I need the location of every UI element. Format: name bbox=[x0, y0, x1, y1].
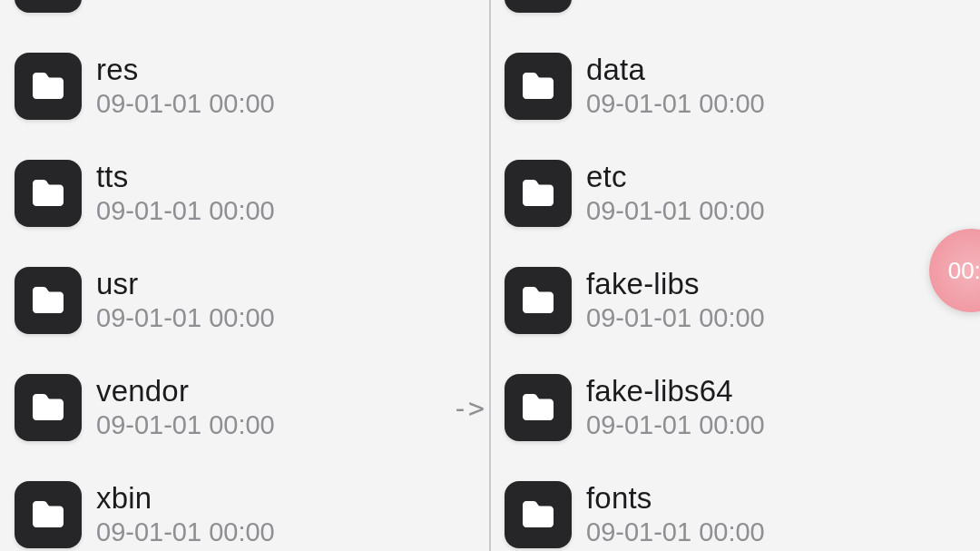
folder-icon bbox=[15, 0, 82, 13]
list-item-name: fonts bbox=[586, 481, 765, 516]
list-item-date: 09-01-01 00:00 bbox=[96, 303, 275, 333]
pane-divider[interactable] bbox=[489, 0, 491, 551]
folder-icon bbox=[505, 267, 572, 334]
left-file-list: 09-01-01 00:00res09-01-01 00:00tts09-01-… bbox=[0, 0, 490, 551]
folder-icon bbox=[505, 0, 572, 13]
right-pane: 09-01-01 00:00data09-01-01 00:00etc09-01… bbox=[490, 0, 980, 551]
list-item-date: 09-01-01 00:00 bbox=[586, 89, 765, 119]
list-item-date: 09-01-01 00:00 bbox=[586, 196, 765, 226]
list-item[interactable]: res09-01-01 00:00 bbox=[0, 33, 490, 140]
folder-icon bbox=[505, 160, 572, 227]
list-item[interactable]: fonts09-01-01 00:00 bbox=[490, 461, 980, 551]
list-item-date: 09-01-01 00:00 bbox=[96, 517, 275, 547]
folder-icon bbox=[505, 374, 572, 441]
list-item[interactable]: tts09-01-01 00:00 bbox=[0, 140, 490, 247]
list-item[interactable]: 09-01-01 00:00 bbox=[490, 0, 980, 33]
list-item[interactable]: usr09-01-01 00:00 bbox=[0, 247, 490, 354]
list-item-name: etc bbox=[586, 160, 765, 194]
list-item-text: fonts09-01-01 00:00 bbox=[586, 481, 765, 547]
list-item-name: fake-libs bbox=[586, 267, 765, 301]
list-item-name: tts bbox=[96, 160, 275, 194]
list-item-text: data09-01-01 00:00 bbox=[586, 53, 765, 119]
list-item-date: 09-01-01 00:00 bbox=[586, 517, 765, 547]
list-item-name: res bbox=[96, 53, 275, 87]
folder-icon bbox=[15, 481, 82, 548]
list-item[interactable]: fake-libs6409-01-01 00:00 bbox=[490, 354, 980, 461]
list-item-name: fake-libs64 bbox=[586, 374, 765, 408]
symlink-arrow-icon: -> bbox=[452, 392, 485, 424]
folder-icon bbox=[15, 267, 82, 334]
folder-icon bbox=[505, 53, 572, 120]
list-item-date: 09-01-01 00:00 bbox=[586, 303, 765, 333]
folder-icon bbox=[505, 481, 572, 548]
left-pane: 09-01-01 00:00res09-01-01 00:00tts09-01-… bbox=[0, 0, 490, 551]
recording-timer-label: 00:2 bbox=[948, 257, 980, 285]
list-item[interactable]: xbin09-01-01 00:00 bbox=[0, 461, 490, 551]
list-item[interactable]: 09-01-01 00:00 bbox=[0, 0, 490, 33]
list-item-text: usr09-01-01 00:00 bbox=[96, 267, 275, 333]
list-item-text: res09-01-01 00:00 bbox=[96, 53, 275, 119]
list-item-date: 09-01-01 00:00 bbox=[96, 89, 275, 119]
list-item-date: 09-01-01 00:00 bbox=[586, 410, 765, 440]
list-item-text: vendor09-01-01 00:00 bbox=[96, 374, 275, 440]
list-item-text: tts09-01-01 00:00 bbox=[96, 160, 275, 226]
list-item-name: vendor bbox=[96, 374, 275, 408]
list-item-date: 09-01-01 00:00 bbox=[96, 410, 275, 440]
list-item-name: data bbox=[586, 53, 765, 87]
list-item-name: usr bbox=[96, 267, 275, 301]
list-item-text: fake-libs6409-01-01 00:00 bbox=[586, 374, 765, 440]
list-item[interactable]: vendor09-01-01 00:00-> bbox=[0, 354, 490, 461]
list-item[interactable]: data09-01-01 00:00 bbox=[490, 33, 980, 140]
list-item-date: 09-01-01 00:00 bbox=[96, 196, 275, 226]
list-item-name: xbin bbox=[96, 481, 275, 516]
right-file-list: 09-01-01 00:00data09-01-01 00:00etc09-01… bbox=[490, 0, 980, 551]
folder-icon bbox=[15, 160, 82, 227]
list-item[interactable]: etc09-01-01 00:00 bbox=[490, 140, 980, 247]
list-item[interactable]: fake-libs09-01-01 00:00 bbox=[490, 247, 980, 354]
folder-icon bbox=[15, 374, 82, 441]
folder-icon bbox=[15, 53, 82, 120]
list-item-text: etc09-01-01 00:00 bbox=[586, 160, 765, 226]
list-item-text: fake-libs09-01-01 00:00 bbox=[586, 267, 765, 333]
list-item-text: xbin09-01-01 00:00 bbox=[96, 481, 275, 547]
